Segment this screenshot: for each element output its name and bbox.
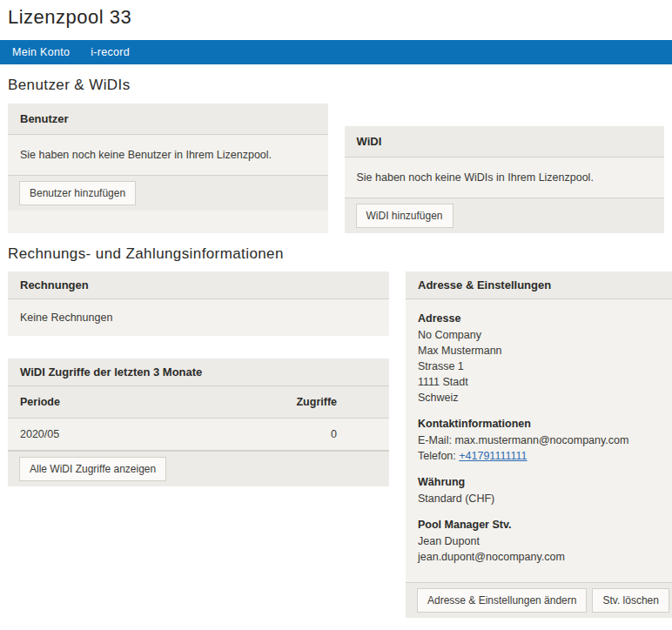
rechnungen-panel: Rechnungen Keine Rechnungen xyxy=(8,271,389,336)
billing-right-column: Adresse & Einstellungen Adresse No Compa… xyxy=(406,271,672,630)
telefon-link[interactable]: +41791111111 xyxy=(459,450,527,462)
section-heading-rechnungs-zahlungsinformationen: Rechnungs- und Zahlungsinformationen xyxy=(8,245,672,263)
benutzer-panel-footer: Benutzer hinzufügen xyxy=(8,175,328,211)
lizenzpool-page: Lizenzpool 33 Mein Konto i-record Benutz… xyxy=(0,6,672,630)
adresse-line-street: Strasse 1 xyxy=(418,359,669,374)
table-header-row: Periode Zugriffe xyxy=(8,386,389,419)
telefon-prefix: Telefon: xyxy=(418,450,459,462)
page-title: Lizenzpool 33 xyxy=(8,6,672,29)
widi-zugriffe-panel: WiDI Zugriffe der letzten 3 Monate Perio… xyxy=(8,359,389,486)
top-navbar: Mein Konto i-record xyxy=(0,40,672,64)
widi-zugriffe-table: Periode Zugriffe 2020/05 0 xyxy=(8,386,389,451)
column-header-zugriffe: Zugriffe xyxy=(152,386,389,419)
kontakt-group: Kontaktinformationen E-Mail: max.musterm… xyxy=(418,416,669,464)
telefon-line: Telefon: +41791111111 xyxy=(418,448,669,464)
widi-empty-text: Sie haben noch keine WiDIs in Ihrem Lize… xyxy=(345,158,665,198)
widi-panel-title: WiDI xyxy=(345,126,665,158)
adresse-line-country: Schweiz xyxy=(418,390,669,405)
pool-manager-stv-label: Pool Manager Stv. xyxy=(418,517,669,533)
widi-zugriffe-panel-footer: Alle WiDI Zugriffe anzeigen xyxy=(8,451,389,486)
adresse-panel-footer: Adresse & Einstellungen ändern Stv. lösc… xyxy=(406,582,672,618)
adresse-line-name: Max Mustermann xyxy=(418,343,669,359)
pool-manager-stv-group: Pool Manager Stv. Jean Dupont jean.dupon… xyxy=(418,517,669,565)
adresse-panel-title: Adresse & Einstellungen xyxy=(406,271,672,299)
deputy-name: Jean Dupont xyxy=(418,533,669,549)
widi-panel: WiDI Sie haben noch keine WiDIs in Ihrem… xyxy=(345,126,665,233)
alle-widi-zugriffe-anzeigen-button[interactable]: Alle WiDI Zugriffe anzeigen xyxy=(19,457,166,481)
rechnungen-empty-text: Keine Rechnungen xyxy=(8,299,389,336)
adresse-einstellungen-aendern-button[interactable]: Adresse & Einstellungen ändern xyxy=(417,588,587,613)
billing-left-column: Rechnungen Keine Rechnungen WiDI Zugriff… xyxy=(8,271,389,486)
adresse-label: Adresse xyxy=(418,311,669,327)
waehrung-label: Währung xyxy=(418,474,669,491)
stv-loeschen-button[interactable]: Stv. löschen xyxy=(592,588,669,613)
billing-row: Rechnungen Keine Rechnungen WiDI Zugriff… xyxy=(8,271,664,630)
email-value: max.mustermann@nocompany.com xyxy=(454,434,628,446)
email-line: E-Mail: max.mustermann@nocompany.com xyxy=(418,432,669,448)
widi-panel-footer: WiDI hinzufügen xyxy=(345,198,665,233)
cell-periode: 2020/05 xyxy=(8,419,152,451)
nav-item-i-record[interactable]: i-record xyxy=(91,46,130,58)
users-widis-row: Benutzer Sie haben noch keine Benutzer i… xyxy=(8,104,664,233)
rechnungen-panel-title: Rechnungen xyxy=(8,271,389,299)
widi-zugriffe-panel-title: WiDI Zugriffe der letzten 3 Monate xyxy=(8,359,389,386)
adresse-panel-body: Adresse No Company Max Mustermann Strass… xyxy=(406,299,672,582)
kontakt-label: Kontaktinformationen xyxy=(418,416,669,432)
widi-zugriffe-table-body: 2020/05 0 xyxy=(8,419,389,451)
adresse-einstellungen-panel: Adresse & Einstellungen Adresse No Compa… xyxy=(406,271,672,618)
waehrung-value: Standard (CHF) xyxy=(418,491,669,506)
column-header-periode: Periode xyxy=(8,386,152,419)
cell-zugriffe: 0 xyxy=(152,419,389,451)
widi-hinzufuegen-button[interactable]: WiDI hinzufügen xyxy=(356,204,454,228)
benutzer-panel-title: Benutzer xyxy=(8,104,328,135)
adresse-group: Adresse No Company Max Mustermann Strass… xyxy=(418,311,669,405)
adresse-line-company: No Company xyxy=(418,327,669,343)
benutzer-empty-text: Sie haben noch keine Benutzer in Ihrem L… xyxy=(8,135,328,175)
deputy-email: jean.dupont@nocompany.com xyxy=(418,549,669,565)
adresse-line-city: 1111 Stadt xyxy=(418,374,669,390)
benutzer-panel: Benutzer Sie haben noch keine Benutzer i… xyxy=(8,104,328,233)
waehrung-group: Währung Standard (CHF) xyxy=(418,474,669,506)
nav-item-mein-konto[interactable]: Mein Konto xyxy=(12,46,70,58)
section-heading-benutzer-widis: Benutzer & WiDIs xyxy=(8,77,672,94)
email-prefix: E-Mail: xyxy=(418,434,454,446)
widi-zugriffe-table-head: Periode Zugriffe xyxy=(8,386,389,419)
table-row: 2020/05 0 xyxy=(8,419,389,451)
benutzer-hinzufuegen-button[interactable]: Benutzer hinzufügen xyxy=(19,181,136,205)
